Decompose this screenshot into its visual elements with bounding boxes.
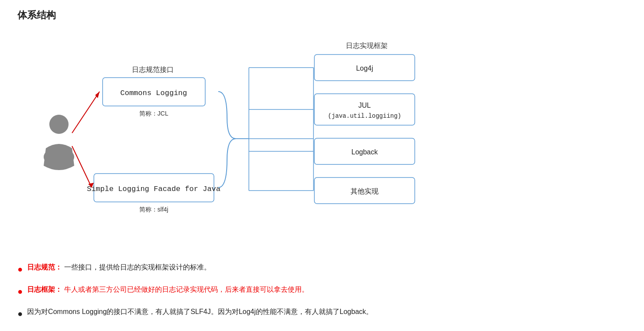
svg-text:日志规范接口: 日志规范接口 xyxy=(132,66,174,73)
diagram-area: 日志规范接口 Commons Logging 简称：JCL Simple Log… xyxy=(17,31,410,257)
svg-text:Logback: Logback xyxy=(351,148,378,156)
svg-point-0 xyxy=(49,115,69,134)
bullet-1: ● xyxy=(17,262,23,276)
page-title: 体系结构 xyxy=(17,9,627,22)
bullet-2: ● xyxy=(17,284,23,298)
bullet-3: ● xyxy=(17,307,23,321)
svg-text:JUL: JUL xyxy=(358,102,371,109)
svg-text:日志实现框架: 日志实现框架 xyxy=(346,42,388,49)
note-1-text: 日志规范： 一些接口，提供给日志的实现框架设计的标准。 xyxy=(27,262,210,273)
note-2-key: 日志框架： xyxy=(27,286,62,293)
note-item-3: ● 因为对Commons Logging的接口不满意，有人就搞了SLF4J。因为… xyxy=(17,306,627,321)
note-2-text: 日志框架： 牛人或者第三方公司已经做好的日志记录实现代码，后来者直接可以拿去使用… xyxy=(27,284,308,295)
svg-text:Commons Logging: Commons Logging xyxy=(120,89,187,97)
svg-line-11 xyxy=(72,146,92,188)
note-2-val: 牛人或者第三方公司已经做好的日志记录实现代码，后来者直接可以拿去使用。 xyxy=(64,286,309,293)
svg-text:其他实现: 其他实现 xyxy=(351,188,379,195)
note-item-2: ● 日志框架： 牛人或者第三方公司已经做好的日志记录实现代码，后来者直接可以拿去… xyxy=(17,284,627,298)
svg-point-1 xyxy=(44,147,74,167)
note-1-key: 日志规范： xyxy=(27,263,62,271)
svg-text:(java.util.loggiing): (java.util.loggiing) xyxy=(328,113,401,119)
note-item-1: ● 日志规范： 一些接口，提供给日志的实现框架设计的标准。 xyxy=(17,262,627,276)
svg-rect-16 xyxy=(314,94,415,125)
svg-text:简称：slf4j: 简称：slf4j xyxy=(139,206,169,213)
svg-text:Log4j: Log4j xyxy=(356,65,373,72)
svg-text:Simple Logging Facade for Java: Simple Logging Facade for Java xyxy=(87,185,220,193)
note-1-val: 一些接口，提供给日志的实现框架设计的标准。 xyxy=(64,263,211,271)
svg-text:简称：JCL: 简称：JCL xyxy=(139,110,169,117)
notes-section: ● 日志规范： 一些接口，提供给日志的实现框架设计的标准。 ● 日志框架： 牛人… xyxy=(17,262,627,321)
svg-line-9 xyxy=(72,92,100,133)
note-3-val: 因为对Commons Logging的接口不满意，有人就搞了SLF4J。因为对L… xyxy=(27,306,373,317)
